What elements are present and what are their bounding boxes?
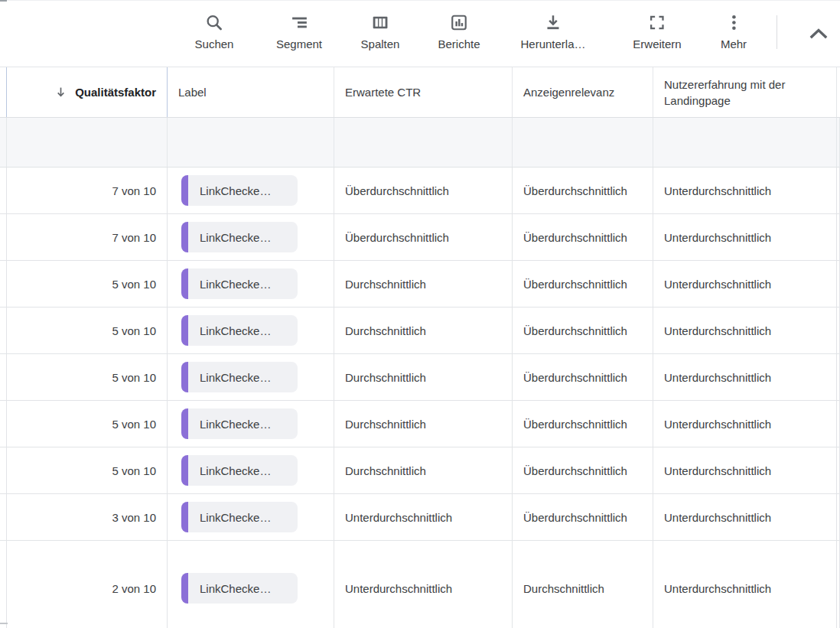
- label-chip-text: LinkChecke…: [200, 511, 271, 524]
- cell-erwartete-ctr: Durchschnittlich: [334, 447, 513, 493]
- filter-cell: [653, 118, 837, 167]
- column-header-qualitaetsfaktor[interactable]: Qualitätsfaktor: [7, 67, 168, 117]
- label-chip-color-bar: [181, 315, 188, 346]
- segment-button-label: Segment: [276, 37, 322, 51]
- cell-cutoff: [837, 214, 840, 260]
- cell-qualitaetsfaktor: 7 von 10: [7, 168, 168, 213]
- row-edge-cell: [0, 541, 7, 628]
- download-icon: [543, 12, 563, 32]
- cell-qualitaetsfaktor: 5 von 10: [7, 354, 168, 400]
- columns-icon: [370, 12, 390, 32]
- cell-label: LinkChecke…: [168, 214, 334, 260]
- cell-label: LinkChecke…: [168, 541, 334, 628]
- expand-fullscreen-icon: [647, 12, 667, 32]
- column-header-anzeigenrelevanz[interactable]: Anzeigenrelevanz: [513, 67, 653, 117]
- cell-cutoff: [837, 401, 840, 447]
- row-edge-cell: [0, 261, 7, 307]
- cell-qualitaetsfaktor: 3 von 10: [7, 494, 168, 540]
- label-chip[interactable]: LinkChecke…: [181, 573, 298, 604]
- label-chip-color-bar: [181, 455, 188, 486]
- segment-icon: [289, 12, 309, 32]
- label-chip[interactable]: LinkChecke…: [181, 408, 298, 439]
- table-header-row: Qualitätsfaktor Label Erwartete CTR Anze…: [0, 67, 840, 118]
- row-edge-cell: [0, 354, 7, 400]
- label-chip-text: LinkChecke…: [200, 418, 271, 431]
- cell-anzeigenrelevanz: Überdurchschnittlich: [513, 494, 653, 540]
- cell-erwartete-ctr: Unterdurchschnittlich: [334, 541, 513, 628]
- label-chip-color-bar: [181, 268, 188, 299]
- column-header-label: Qualitätsfaktor: [75, 84, 156, 100]
- label-chip[interactable]: LinkChecke…: [181, 222, 298, 252]
- table-row: 3 von 10 LinkChecke… Unterdurchschnittli…: [0, 494, 840, 541]
- label-chip[interactable]: LinkChecke…: [181, 315, 298, 346]
- table-row: 5 von 10 LinkChecke… Durchschnittlich Üb…: [0, 354, 840, 401]
- cell-nutzererfahrung: Unterdurchschnittlich: [653, 447, 837, 493]
- cell-label: LinkChecke…: [168, 354, 334, 400]
- cell-nutzererfahrung: Unterdurchschnittlich: [653, 401, 837, 447]
- label-chip-text: LinkChecke…: [200, 231, 271, 244]
- expand-button[interactable]: Erweitern: [633, 12, 681, 51]
- label-chip-text: LinkChecke…: [200, 278, 271, 291]
- cell-label: LinkChecke…: [168, 447, 334, 493]
- cell-cutoff: [837, 541, 840, 628]
- column-header-nutzererfahrung[interactable]: Nutzererfahrung mit der Landingpage: [653, 67, 837, 117]
- column-header-text: Nutzererfahrung mit der Landingpage: [664, 76, 825, 109]
- filter-cell: [0, 118, 7, 167]
- columns-button-label: Spalten: [361, 37, 400, 51]
- columns-button[interactable]: Spalten: [361, 12, 400, 51]
- cell-cutoff: [837, 354, 840, 400]
- reports-button-label: Berichte: [438, 37, 480, 51]
- label-chip[interactable]: LinkChecke…: [181, 175, 298, 206]
- column-header-label-col[interactable]: Label: [168, 67, 334, 117]
- cell-nutzererfahrung: Unterdurchschnittlich: [653, 214, 837, 260]
- cell-anzeigenrelevanz: Überdurchschnittlich: [513, 354, 653, 400]
- cell-cutoff: [837, 307, 840, 353]
- frozen-edge-column: [0, 67, 7, 117]
- column-header-text: Anzeigenrelevanz: [523, 84, 614, 100]
- cell-erwartete-ctr: Unterdurchschnittlich: [334, 494, 513, 540]
- column-header-erwartete-ctr[interactable]: Erwartete CTR: [334, 67, 513, 117]
- cell-qualitaetsfaktor: 5 von 10: [7, 401, 168, 447]
- cell-cutoff: [837, 494, 840, 540]
- download-button[interactable]: Herunterla…: [520, 12, 585, 51]
- search-button[interactable]: Suchen: [195, 12, 234, 51]
- row-edge-cell: [0, 307, 7, 353]
- label-chip[interactable]: LinkChecke…: [181, 268, 298, 299]
- reports-chart-icon: [449, 12, 469, 32]
- expand-button-label: Erweitern: [633, 37, 681, 51]
- label-chip-color-bar: [181, 175, 188, 206]
- collapse-table-button[interactable]: [804, 21, 833, 47]
- cell-erwartete-ctr: Durchschnittlich: [334, 354, 513, 400]
- table-edge-marker-top: [0, 0, 7, 2]
- label-chip-color-bar: [181, 222, 188, 252]
- cell-label: LinkChecke…: [168, 401, 334, 447]
- column-header-text: Erwartete CTR: [345, 84, 421, 100]
- search-button-label: Suchen: [195, 37, 234, 51]
- filter-row: [0, 118, 840, 168]
- table-toolbar: Suchen Segment Spalten: [0, 0, 840, 67]
- cell-nutzererfahrung: Unterdurchschnittlich: [653, 168, 837, 213]
- label-chip[interactable]: LinkChecke…: [181, 455, 298, 486]
- reports-button[interactable]: Berichte: [438, 12, 480, 51]
- label-chip[interactable]: LinkChecke…: [181, 502, 298, 532]
- more-button[interactable]: Mehr: [721, 12, 747, 51]
- cell-label: LinkChecke…: [168, 494, 334, 540]
- cell-anzeigenrelevanz: Durchschnittlich: [513, 541, 653, 628]
- table-row: 7 von 10 LinkChecke… Überdurchschnittlic…: [0, 168, 840, 214]
- chevron-up-icon: [807, 26, 830, 41]
- label-chip[interactable]: LinkChecke…: [181, 362, 298, 392]
- filter-cell: [7, 118, 168, 167]
- cell-erwartete-ctr: Durchschnittlich: [334, 261, 513, 307]
- filter-cell: [334, 118, 513, 167]
- column-header-text: Label: [178, 84, 207, 100]
- table-row: 7 von 10 LinkChecke… Überdurchschnittlic…: [0, 214, 840, 261]
- row-edge-cell: [0, 168, 7, 213]
- filter-cell: [513, 118, 653, 167]
- segment-button[interactable]: Segment: [276, 12, 322, 51]
- quality-score-table: Qualitätsfaktor Label Erwartete CTR Anze…: [0, 67, 840, 628]
- label-chip-color-bar: [181, 573, 188, 604]
- cell-erwartete-ctr: Überdurchschnittlich: [334, 168, 513, 213]
- row-edge-cell: [0, 214, 7, 260]
- cell-nutzererfahrung: Unterdurchschnittlich: [653, 261, 837, 307]
- toolbar-divider: [777, 15, 777, 49]
